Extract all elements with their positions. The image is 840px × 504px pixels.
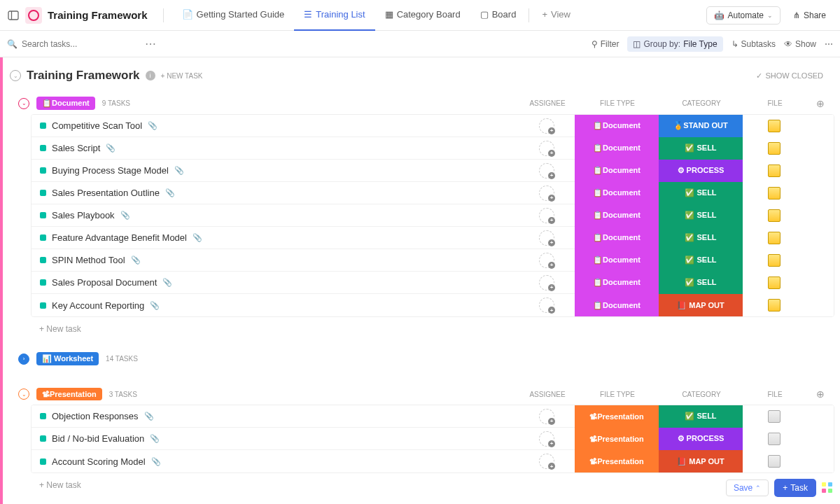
new-task-button[interactable]: +Task [774,479,816,497]
category-cell[interactable]: ✅ SELL [659,249,743,272]
save-button[interactable]: Save⌃ [726,479,769,496]
category-cell[interactable]: 📕 MAP OUT [659,294,743,316]
tab-board[interactable]: ▢Board [470,0,526,31]
task-row[interactable]: Sales Script 📎 📋Document ✅ SELL [31,137,834,160]
assignee-cell[interactable] [519,204,575,227]
new-task-link[interactable]: + NEW TASK [161,72,203,80]
status-square[interactable] [40,122,46,129]
category-cell[interactable]: ⚙ PROCESS [659,428,743,450]
new-task-row[interactable]: + New task [18,317,834,334]
file-cell[interactable] [743,227,806,249]
file-type-cell[interactable]: 📽Presentation [575,450,659,472]
group-pill[interactable]: 📊 Worksheet [36,352,99,365]
file-type-cell[interactable]: 📋Document [575,115,659,137]
info-icon[interactable]: i [146,71,155,80]
workspace-icon[interactable] [25,7,42,24]
assignee-cell[interactable] [519,272,575,294]
task-row[interactable]: Buying Process Stage Model 📎 📋Document ⚙… [31,160,834,182]
show-closed-button[interactable]: ✓SHOW CLOSED [756,71,823,80]
assignee-cell[interactable] [519,450,575,472]
status-square[interactable] [40,458,46,465]
task-row[interactable]: Sales Playbook 📎 📋Document ✅ SELL [31,204,834,227]
status-square[interactable] [40,413,46,419]
attachment-icon[interactable]: 📎 [131,255,141,265]
file-cell[interactable] [743,137,806,160]
task-row[interactable]: Account Scoring Model 📎 📽Presentation 📕 … [31,450,834,472]
assignee-cell[interactable] [519,160,575,182]
file-type-cell[interactable]: 📋Document [575,294,659,316]
status-square[interactable] [40,190,46,196]
collapse-group-icon[interactable]: › [18,354,29,365]
show-button[interactable]: 👁Show [784,39,816,49]
file-cell[interactable] [743,428,806,450]
collapse-group-icon[interactable]: ⌄ [18,388,29,400]
attachment-icon[interactable]: 📎 [106,144,115,153]
assignee-cell[interactable] [519,137,575,160]
attachment-icon[interactable]: 📎 [165,188,175,197]
category-cell[interactable]: ✅ SELL [659,272,743,294]
file-type-cell[interactable]: 📋Document [575,249,659,272]
attachment-icon[interactable]: 📎 [151,457,161,466]
collapse-list-icon[interactable]: ⌄ [10,70,21,81]
status-square[interactable] [40,435,46,442]
attachment-icon[interactable]: 📎 [174,166,184,175]
task-row[interactable]: Sales Presentation Outline 📎 📋Document ✅… [31,182,834,204]
file-cell[interactable] [743,204,806,227]
collapse-group-icon[interactable]: ⌄ [18,98,29,109]
status-square[interactable] [40,234,46,241]
file-cell[interactable] [743,115,806,137]
assignee-cell[interactable] [519,115,575,137]
status-square[interactable] [40,279,46,286]
assignee-cell[interactable] [519,405,575,428]
category-cell[interactable]: ✅ SELL [659,204,743,227]
subtasks-button[interactable]: ↳Subtasks [732,39,776,49]
file-type-cell[interactable]: 📋Document [575,204,659,227]
status-square[interactable] [40,257,46,263]
apps-icon[interactable] [822,482,833,493]
assignee-cell[interactable] [519,294,575,316]
add-view-button[interactable]: +View [532,0,580,31]
task-row[interactable]: Sales Proposal Document 📎 📋Document ✅ SE… [31,272,834,294]
file-cell[interactable] [743,160,806,182]
category-cell[interactable]: ✅ SELL [659,137,743,160]
group-pill[interactable]: 📋Document [36,97,95,110]
file-cell[interactable] [743,450,806,472]
add-column-icon[interactable]: ⊕ [806,98,834,109]
task-row[interactable]: Bid / No-bid Evaluation 📎 📽Presentation … [31,428,834,450]
file-cell[interactable] [743,182,806,204]
file-type-cell[interactable]: 📋Document [575,182,659,204]
status-square[interactable] [40,167,46,174]
category-cell[interactable]: ⚙ PROCESS [659,160,743,182]
file-type-cell[interactable]: 📋Document [575,227,659,249]
more-options-icon[interactable]: ⋯ [825,39,833,49]
file-cell[interactable] [743,249,806,272]
task-row[interactable]: Key Account Reporting 📎 📋Document 📕 MAP … [31,294,834,316]
status-square[interactable] [40,302,46,309]
attachment-icon[interactable]: 📎 [162,278,172,287]
search-more-icon[interactable]: ⋯ [131,37,170,50]
panel-toggle-icon[interactable] [7,9,20,22]
attachment-icon[interactable]: 📎 [120,211,130,220]
task-row[interactable]: Feature Advantage Benefit Model 📎 📋Docum… [31,227,834,249]
group-pill[interactable]: 📽Presentation [36,388,102,400]
status-square[interactable] [40,145,46,151]
add-column-icon[interactable]: ⊕ [806,388,834,400]
category-cell[interactable]: ✅ SELL [659,405,743,428]
tab-category-board[interactable]: ▦Category Board [375,0,470,31]
file-type-cell[interactable]: 📋Document [575,272,659,294]
task-row[interactable]: Competitive Scan Tool 📎 📋Document 🏅STAND… [31,115,834,137]
share-button[interactable]: ⋔Share [786,7,833,24]
file-cell[interactable] [743,405,806,428]
assignee-cell[interactable] [519,428,575,450]
search-input[interactable] [22,39,127,49]
attachment-icon[interactable]: 📎 [148,121,158,130]
file-type-cell[interactable]: 📋Document [575,137,659,160]
file-type-cell[interactable]: 📋Document [575,160,659,182]
new-task-row[interactable]: + New task [18,473,834,490]
status-square[interactable] [40,212,46,218]
file-type-cell[interactable]: 📽Presentation [575,405,659,428]
tab-getting-started[interactable]: 📄Getting Started Guide [172,0,295,31]
group-by-button[interactable]: ◫Group by: File Type [627,36,722,52]
attachment-icon[interactable]: 📎 [150,301,160,310]
category-cell[interactable]: 📕 MAP OUT [659,450,743,472]
